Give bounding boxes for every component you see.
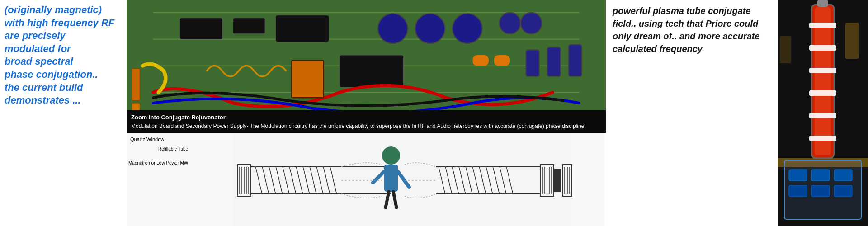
center-image-area: Zoom into Conjugate Rejuvenator Modulati… [127,0,606,226]
refillable-tube-label: Refillable Tube [158,146,188,151]
svg-rect-57 [811,170,830,181]
svg-point-5 [378,14,408,43]
text-line-5: phase conjugation.. [5,69,98,80]
svg-rect-14 [292,61,324,98]
svg-rect-64 [809,23,836,28]
text-line-2: are precisely [5,30,66,41]
svg-rect-63 [815,7,831,155]
image-caption: Zoom into Conjugate Rejuvenator Modulati… [127,110,606,133]
svg-rect-39 [554,169,561,192]
text-line-3: modulated for [5,43,71,54]
waveguide-svg [199,133,606,226]
svg-rect-19 [132,103,140,110]
right-text-panel: powerful plasma tube conjugate field.. u… [606,0,778,226]
bottom-diagram-area: Quartz Window Magnatron or Low Power MW … [127,133,606,226]
svg-rect-17 [569,44,582,76]
left-text-panel: (originally magnetic) with high frequenc… [0,0,127,226]
svg-rect-60 [811,185,830,197]
svg-rect-61 [834,185,852,197]
quartz-window-label: Quartz Window [130,137,164,142]
svg-rect-13 [340,55,403,87]
text-line-1: with high frequency RF [5,17,114,28]
circuit-board-image [127,0,606,110]
svg-rect-15 [526,50,539,76]
text-line-6: the current build [5,82,83,93]
svg-rect-58 [834,170,852,181]
svg-point-8 [499,13,520,34]
svg-rect-10 [180,18,222,39]
svg-rect-71 [845,23,859,59]
right-panel-text: powerful plasma tube conjugate field.. u… [613,5,771,55]
svg-rect-20 [473,55,489,66]
svg-rect-72 [780,36,791,63]
svg-rect-68 [809,113,836,118]
plasma-tube-image [778,0,868,226]
svg-point-6 [415,14,445,43]
pcb-svg [127,0,606,110]
text-line-7: demonstrates ... [5,94,81,106]
svg-point-45 [382,146,400,165]
magnatron-label: Magnatron or Low Power MW [128,160,188,166]
pcb-surface [127,0,606,110]
svg-rect-59 [789,185,807,197]
caption-body: Modulation Board and Secondary Power Sup… [131,122,601,130]
svg-rect-18 [132,68,140,100]
waveguide-diagram [199,133,606,226]
svg-rect-16 [547,47,560,76]
caption-title: Zoom into Conjugate Rejuvenator [131,113,601,122]
svg-rect-11 [233,18,265,34]
intro-text: (originally magnetic) with high frequenc… [5,4,122,107]
text-line-0: (originally magnetic) [5,4,102,15]
svg-rect-70 [817,0,828,7]
svg-rect-65 [809,45,836,51]
svg-rect-66 [809,68,836,73]
svg-rect-46 [384,165,398,192]
svg-rect-69 [809,136,836,141]
text-line-4: broad spectral [5,56,73,67]
svg-rect-56 [789,170,807,181]
svg-rect-21 [494,55,510,66]
plasma-tube-svg [778,0,868,226]
svg-rect-12 [276,15,329,42]
svg-rect-67 [809,90,836,96]
svg-point-9 [521,13,542,34]
svg-point-7 [453,14,482,43]
